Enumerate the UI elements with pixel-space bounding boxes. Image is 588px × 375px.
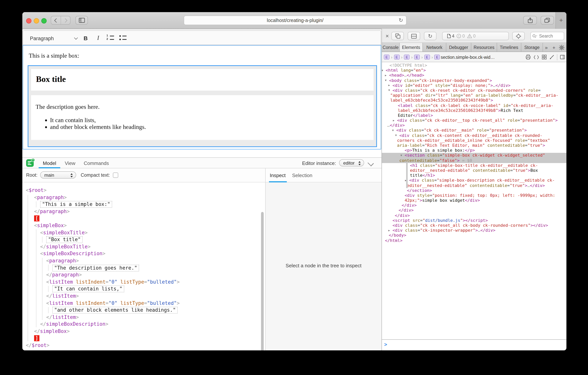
simple-box-description-field[interactable]: The description goes here. It can contai… bbox=[31, 95, 374, 140]
element-badge[interactable]: E bbox=[414, 55, 420, 60]
model-tree-row[interactable]: </simpleBoxDescription> bbox=[22, 321, 265, 328]
disclosure-expanded-icon[interactable]: ▼ bbox=[388, 88, 392, 93]
compact-text-checkbox[interactable] bbox=[113, 173, 118, 178]
details-sidebar-icon[interactable] bbox=[560, 55, 565, 60]
sidebar-toggle-button[interactable] bbox=[75, 16, 88, 25]
dom-tree-row[interactable]: <p>This is a simple box:</p> bbox=[382, 148, 567, 153]
dom-tree-row[interactable]: 42px;">simple box widget</div> bbox=[382, 198, 567, 203]
box-title-text[interactable]: Box title bbox=[36, 74, 66, 84]
element-badge[interactable]: E bbox=[424, 55, 430, 60]
minimize-traffic-light[interactable] bbox=[34, 18, 39, 23]
numbered-list-button[interactable] bbox=[106, 34, 114, 42]
dom-tree-row[interactable]: ▼<div class="ck ck-reset ck-editor ck-ro… bbox=[382, 88, 567, 93]
tab-elements[interactable]: Elements bbox=[400, 43, 423, 52]
dock-side-button[interactable] bbox=[391, 32, 404, 40]
disclosure-expanded-icon[interactable]: ▼ bbox=[392, 128, 396, 133]
disclosure-expanded-icon[interactable]: ▼ bbox=[395, 133, 399, 138]
dom-tree-row[interactable]: ▼<body class="ck-inspector-body-expanded… bbox=[382, 78, 567, 83]
tab-debugger[interactable]: Debugger bbox=[446, 43, 471, 52]
bold-button[interactable]: B bbox=[81, 33, 90, 43]
list-item[interactable]: and other block elements like headings. bbox=[50, 124, 146, 131]
dom-tree-row[interactable]: <h1 class="simple-box-title ck-editor__e… bbox=[382, 163, 567, 168]
tab-network[interactable]: Network bbox=[423, 43, 446, 52]
model-tree-row[interactable]: </listItem> bbox=[22, 293, 265, 300]
model-tree-row[interactable]: <simpleBoxDescription> bbox=[22, 250, 265, 257]
tab-inspect[interactable]: Inspect bbox=[270, 168, 286, 182]
show-source-icon[interactable] bbox=[534, 55, 539, 59]
model-tree-row[interactable]: <$root> bbox=[22, 187, 265, 194]
dom-tree-row[interactable]: ▶<div class="simple-box-description ck-e… bbox=[382, 178, 567, 183]
disclosure-collapsed-icon[interactable]: ▶ bbox=[393, 118, 397, 123]
settings-button[interactable] bbox=[558, 44, 565, 51]
reload-page-button[interactable]: ↻ bbox=[424, 32, 436, 40]
close-traffic-light[interactable] bbox=[26, 18, 32, 23]
simple-box-title-field[interactable]: Box title bbox=[31, 69, 374, 91]
model-tree-row[interactable]: </listItem> bbox=[22, 314, 265, 321]
dom-tree-row[interactable]: Editor</label> bbox=[382, 113, 567, 118]
dom-tree-row[interactable]: ▶<div class="ck-inspector-wrapper">…</di… bbox=[382, 228, 567, 233]
tab-view[interactable]: View bbox=[65, 158, 75, 168]
tab-commands[interactable]: Commands bbox=[84, 158, 109, 168]
dom-tree-row[interactable]: contenteditable="false"> = $0 bbox=[382, 158, 567, 163]
dom-tree-row[interactable]: <div class="ck ck-reset_all ck-body ck-r… bbox=[382, 223, 567, 228]
tab-overview-button[interactable] bbox=[541, 16, 554, 25]
dom-tree-row[interactable]: ▼<section class="simple-box ck-widget ck… bbox=[382, 153, 567, 158]
breadcrumb-current-node[interactable]: section.simple-box.ck-wid… bbox=[441, 55, 495, 59]
root-select[interactable]: main bbox=[40, 171, 76, 179]
dom-tree-row[interactable]: <!DOCTYPE html> bbox=[382, 63, 567, 68]
dom-tree-row[interactable]: </section> bbox=[382, 188, 567, 193]
disclosure-expanded-icon[interactable]: ▼ bbox=[382, 68, 386, 73]
model-tree-row[interactable]: [ bbox=[22, 215, 265, 222]
model-tree-row[interactable]: "The description goes here." bbox=[22, 265, 265, 272]
tab-selection[interactable]: Selection bbox=[292, 168, 312, 182]
dom-tree-row[interactable]: label_e63cbbfece34c53ce23501062343f49b8"… bbox=[382, 108, 567, 113]
dock-bottom-button[interactable] bbox=[408, 32, 420, 40]
model-tree-row[interactable]: "and other block elements like headings.… bbox=[22, 307, 265, 314]
dom-tree-row[interactable]: aria-label="Rich Text Editor, main" cont… bbox=[382, 143, 567, 148]
simple-box-widget[interactable]: Box title The description goes here. It … bbox=[28, 65, 377, 147]
new-tab-button[interactable]: + bbox=[556, 12, 567, 29]
search-input[interactable] bbox=[538, 33, 561, 39]
description-paragraph[interactable]: The description goes here. bbox=[36, 103, 100, 110]
element-picker-button[interactable] bbox=[512, 32, 525, 40]
model-tree-row[interactable]: </$root> bbox=[22, 342, 265, 349]
model-tree-row[interactable]: "It can contain lists," bbox=[22, 286, 265, 293]
model-tree-row[interactable]: <simpleBox> bbox=[22, 222, 265, 229]
rich-text-editor[interactable]: This is a simple box: Box title The desc… bbox=[23, 45, 381, 149]
list-item[interactable]: It can contain lists, bbox=[50, 117, 96, 124]
add-tab-button[interactable]: + bbox=[550, 44, 557, 51]
dom-tree-row[interactable]: title</h1> bbox=[382, 173, 567, 178]
dom-tree-row[interactable]: corners ck-editor__editable_inline ck-fo… bbox=[382, 138, 567, 143]
dom-tree-row[interactable]: ▼<html lang="en"> bbox=[382, 68, 567, 73]
close-devtools-button[interactable]: × bbox=[384, 32, 390, 40]
dom-tree-row[interactable]: ▼<div class="ck ck-editor__main" role="p… bbox=[382, 128, 567, 133]
dom-tree-row[interactable]: ▼<div class="ck ck-content ck-editor__ed… bbox=[382, 133, 567, 138]
dom-tree-row[interactable]: ▶<head>…</head> bbox=[382, 73, 567, 78]
tab-console[interactable]: Console bbox=[382, 43, 400, 52]
model-tree-row[interactable]: <listItem listIndent="0" listType="bulle… bbox=[22, 278, 265, 286]
element-badge[interactable]: E bbox=[404, 55, 410, 60]
devtools-search[interactable] bbox=[530, 32, 564, 40]
dom-tree-row[interactable]: ▶<div id="editor" style="display: none;"… bbox=[382, 83, 567, 88]
model-tree-row[interactable]: ] bbox=[22, 335, 265, 342]
dom-tree-row[interactable]: …</div> bbox=[382, 123, 567, 128]
element-badge[interactable]: E bbox=[394, 55, 399, 60]
zoom-traffic-light[interactable] bbox=[41, 18, 47, 23]
model-tree-row[interactable]: "Box title" bbox=[22, 236, 265, 243]
dom-tree-row[interactable]: editor__nested-editable" contenteditable… bbox=[382, 183, 567, 188]
disclosure-collapsed-icon[interactable]: ▶ bbox=[385, 73, 389, 78]
paragraph-dropdown[interactable]: Paragraph bbox=[30, 34, 77, 43]
dom-tree-row[interactable]: label_e63cbbfece34c53ce23501062343f49b8"… bbox=[382, 98, 567, 103]
dom-tree-row[interactable]: </div> bbox=[382, 203, 567, 208]
dom-tree-row[interactable]: </div> bbox=[382, 213, 567, 218]
model-tree-row[interactable]: </simpleBoxTitle> bbox=[22, 243, 265, 250]
model-tree-row[interactable]: <paragraph> bbox=[22, 257, 265, 265]
tab-model[interactable]: Model bbox=[43, 158, 56, 168]
model-tree-row[interactable]: </simpleBox> bbox=[22, 328, 265, 335]
model-tree-row[interactable]: <simpleBoxTitle> bbox=[22, 229, 265, 236]
editor-instance-select[interactable]: editor bbox=[339, 159, 364, 166]
italic-button[interactable]: I bbox=[94, 33, 102, 43]
model-tree-row[interactable]: <listItem listIndent="0" listType="bulle… bbox=[22, 300, 265, 307]
dom-tree-row[interactable]: editor__nested-editable" contenteditable… bbox=[382, 168, 567, 173]
styles-brush-icon[interactable] bbox=[549, 55, 554, 60]
